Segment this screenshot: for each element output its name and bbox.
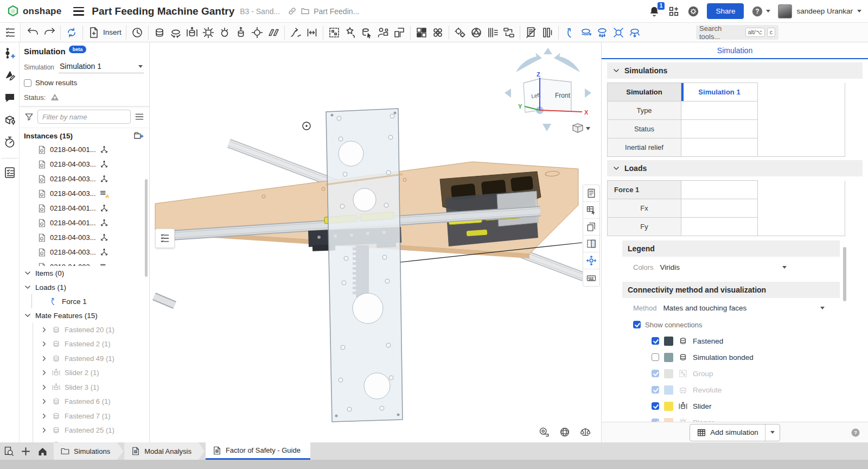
toolbar-button[interactable] [265, 24, 282, 41]
row-value[interactable]: Linear static [681, 102, 758, 120]
toolbar-button[interactable] [627, 24, 643, 41]
toolbar-button[interactable] [249, 24, 265, 41]
search-tabs-icon[interactable] [3, 446, 15, 457]
toolbar-button[interactable] [430, 24, 446, 41]
view-menu-button[interactable] [573, 124, 590, 132]
toolbar-button[interactable] [468, 24, 484, 41]
app-store-icon[interactable] [668, 5, 680, 17]
method-value[interactable]: Mates and touching faces [663, 304, 746, 312]
row-value[interactable]: 0 kN [681, 199, 758, 218]
viewport-measure-button[interactable] [579, 426, 591, 438]
toolbar-button[interactable] [41, 24, 58, 41]
connection-checkbox[interactable] [652, 386, 659, 394]
bottom-scroll-strip[interactable] [0, 460, 868, 469]
show-connections-checkbox[interactable]: Show connections [633, 318, 868, 332]
loads-section-header[interactable]: Loads [607, 160, 863, 176]
mate-feature-row[interactable]: Fastened 25 (1) [33, 423, 149, 438]
legend-section-header[interactable]: Legend [622, 240, 840, 257]
mate-features-section-header[interactable]: Mate Features (15) [20, 308, 149, 322]
viewport-tool-button[interactable] [583, 219, 599, 236]
sidebar-tool-button[interactable] [3, 136, 16, 149]
instance-row[interactable]: 0218-04-001... [20, 142, 149, 157]
toolbar-button[interactable] [610, 24, 627, 41]
notifications-button[interactable]: 1 [648, 5, 660, 17]
help-icon[interactable]: ? [851, 428, 860, 438]
instance-row[interactable]: 0218-04-003... [20, 230, 149, 245]
checkbox[interactable] [24, 79, 31, 87]
feature-list-float-button[interactable] [155, 229, 175, 248]
toolbar-button[interactable] [288, 24, 304, 41]
learning-center-icon[interactable] [687, 5, 699, 17]
mate-feature-row[interactable]: Fastened 26 (1) [33, 438, 149, 442]
toolbar-button[interactable] [501, 24, 517, 41]
simulations-section-header[interactable]: Simulations [607, 62, 863, 79]
share-button[interactable]: Share [707, 3, 744, 19]
left-panel-scrollbar[interactable] [145, 179, 148, 277]
mate-feature-row[interactable]: Fastened 49 (1) [33, 351, 149, 366]
toolbar-button[interactable] [391, 24, 407, 41]
main-menu-icon[interactable] [73, 7, 84, 16]
toolbar-button[interactable] [561, 24, 578, 41]
mate-feature-row[interactable]: Fastened 20 (1) [33, 322, 149, 337]
instance-row[interactable]: 0218-04-003... [20, 172, 149, 186]
simulation-select[interactable]: Simulation 1 [59, 61, 144, 73]
toolbar-button[interactable] [129, 24, 145, 41]
toolbar-button[interactable] [233, 24, 249, 41]
colors-caret-icon[interactable] [782, 266, 787, 269]
items-section-header[interactable]: Items (0) [20, 266, 149, 280]
vertical-plate[interactable] [326, 109, 403, 422]
instance-row[interactable]: 0218-04-001... [20, 201, 149, 216]
mate-feature-row[interactable]: Slider 3 (1) [33, 380, 149, 395]
toolbar-button[interactable] [326, 24, 342, 41]
sidebar-tool-button[interactable] [3, 69, 16, 82]
connection-checkbox[interactable] [652, 370, 659, 377]
add-tab-icon[interactable] [20, 446, 31, 457]
cube-front-face-label[interactable]: Front [555, 92, 571, 99]
loads-section-header[interactable]: Loads (1) [20, 280, 149, 294]
row-value[interactable]: 3 kN [681, 218, 758, 236]
toolbar-button[interactable] [216, 24, 233, 41]
toolbar-button[interactable] [594, 24, 610, 41]
simulation-column-header[interactable]: Simulation 1 [681, 83, 758, 102]
colors-value[interactable]: Viridis [660, 263, 680, 271]
sidebar-tool-button[interactable] [3, 47, 16, 60]
viewport-tool-button[interactable] [583, 202, 599, 219]
toolbar-button[interactable] [184, 24, 200, 41]
viewport-tool-button[interactable] [583, 269, 599, 286]
viewport-tool-button[interactable] [583, 185, 599, 202]
sidebar-tool-button[interactable] [3, 113, 16, 126]
user-menu[interactable]: sandeep Urankar [778, 4, 861, 18]
add-instance-icon[interactable] [133, 130, 144, 141]
row-value[interactable] [681, 181, 758, 199]
viewport-measure-button[interactable] [538, 426, 550, 438]
parent-folder-label[interactable]: Part Feedin... [314, 7, 359, 16]
toolbar-button[interactable] [539, 24, 556, 41]
add-simulation-dropdown[interactable] [765, 424, 780, 441]
mate-feature-row[interactable]: Fastened 2 (1) [33, 337, 149, 352]
sidebar-tool-button[interactable] [2, 158, 18, 179]
onshape-logo[interactable]: onshape [7, 5, 61, 18]
connection-checkbox[interactable] [652, 337, 659, 345]
sidebar-tool-button[interactable] [3, 91, 16, 104]
mate-feature-row[interactable]: Fastened 7 (1) [33, 409, 149, 423]
instance-row[interactable]: 0218-04-003... [20, 259, 149, 266]
filter-input[interactable] [37, 110, 131, 124]
3d-viewport[interactable]: Left Front Z Y X [150, 42, 601, 442]
toolbar-button[interactable]: Insert [86, 24, 123, 41]
mate-feature-row[interactable]: Fastened 6 (1) [33, 395, 149, 409]
folder-icon[interactable] [301, 7, 310, 16]
instance-row[interactable]: 0218-04-003... [20, 186, 149, 201]
view-cube[interactable]: Left Front Z Y X [502, 46, 594, 138]
viewport-tool-button[interactable] [583, 252, 599, 269]
toolbar-button[interactable] [359, 24, 375, 41]
instance-row[interactable]: 0218-04-003... [20, 245, 149, 259]
toolbar-button[interactable] [304, 24, 320, 41]
home-icon[interactable] [37, 446, 48, 457]
toolbar-button[interactable] [452, 24, 468, 41]
right-panel-scrollbar[interactable] [843, 247, 846, 301]
toolbar-button[interactable] [342, 24, 359, 41]
viewport-measure-button[interactable] [559, 426, 571, 438]
toolbar-button[interactable] [200, 24, 216, 41]
method-caret-icon[interactable] [820, 307, 825, 309]
list-view-icon[interactable] [134, 111, 145, 122]
